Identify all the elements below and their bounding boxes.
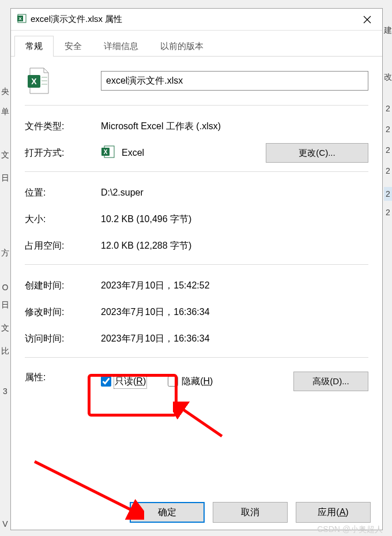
openwith-app: Excel <box>122 148 144 158</box>
created-value: 2023年7月10日，15:42:52 <box>101 280 368 292</box>
excel-app-icon: X <box>101 144 116 162</box>
modified-value: 2023年7月10日，16:36:34 <box>101 306 368 318</box>
bg-char: V <box>0 519 10 528</box>
sizeondisk-row: 占用空间: 12.0 KB (12,288 字节) <box>25 235 368 256</box>
accessed-row: 访问时间: 2023年7月10日，16:36:34 <box>25 328 368 349</box>
created-row: 创建时间: 2023年7月10日，15:42:52 <box>25 275 368 296</box>
tab-security[interactable]: 安全 <box>54 36 93 57</box>
openwith-label: 打开方式: <box>25 147 101 159</box>
tab-general[interactable]: 常规 <box>14 36 54 57</box>
location-label: 位置: <box>25 187 101 199</box>
openwith-row: 打开方式: X Excel 更改(C)... <box>25 143 368 163</box>
hidden-text: 隐藏(H) <box>182 376 213 388</box>
svg-text:X: X <box>18 16 22 21</box>
filetype-row: 文件类型: Microsoft Excel 工作表 (.xlsx) <box>25 116 368 137</box>
window-title: excel演示文件.xlsx 属性 <box>31 14 358 25</box>
filetype-large-icon: X <box>25 67 52 95</box>
close-icon <box>363 16 371 24</box>
accessed-label: 访问时间: <box>25 333 101 345</box>
bg-char: 日 <box>0 300 10 310</box>
readonly-checkbox-label[interactable]: 只读(R) <box>101 376 146 388</box>
location-value: D:\2.super <box>101 188 368 198</box>
titlebar: X excel演示文件.xlsx 属性 <box>11 9 382 31</box>
properties-dialog: X excel演示文件.xlsx 属性 常规 安全 详细信息 以前的版本 X <box>10 8 383 530</box>
tab-details[interactable]: 详细信息 <box>93 36 149 57</box>
ok-button[interactable]: 确定 <box>130 502 205 523</box>
readonly-text: 只读(R) <box>115 376 146 388</box>
bg-char: 比 <box>0 346 10 357</box>
created-label: 创建时间: <box>25 280 101 292</box>
filetype-label: 文件类型: <box>25 121 101 133</box>
bg-char: 2 <box>384 166 392 175</box>
bg-char: 2 <box>384 208 392 217</box>
bg-char: 2 <box>384 187 392 201</box>
excel-file-icon: X <box>17 13 27 26</box>
svg-text:X: X <box>31 77 37 86</box>
hidden-checkbox[interactable] <box>168 376 178 387</box>
watermark: CSDN @小奥超人 <box>317 524 383 535</box>
tab-strip: 常规 安全 详细信息 以前的版本 <box>11 35 382 57</box>
size-row: 大小: 10.2 KB (10,496 字节) <box>25 209 368 230</box>
divider <box>25 264 368 265</box>
apply-button[interactable]: 应用(A) <box>296 502 371 523</box>
bg-char: 建 <box>384 25 392 36</box>
sizeondisk-value: 12.0 KB (12,288 字节) <box>101 240 368 252</box>
bg-char: 日 <box>0 173 10 183</box>
general-panel: X 文件类型: Microsoft Excel 工作表 (.xlsx) 打开方式… <box>11 57 382 405</box>
bg-char: 单 <box>0 107 10 117</box>
bg-char: 文 <box>0 150 10 160</box>
bg-char: 文 <box>0 323 10 333</box>
advanced-button[interactable]: 高级(D)... <box>293 372 368 391</box>
accessed-value: 2023年7月10日，16:36:34 <box>101 333 368 345</box>
bg-char: 方 <box>0 248 10 258</box>
size-value: 10.2 KB (10,496 字节) <box>101 213 368 226</box>
change-openwith-button[interactable]: 更改(C)... <box>266 143 368 163</box>
filename-input[interactable] <box>101 71 368 91</box>
filetype-value: Microsoft Excel 工作表 (.xlsx) <box>101 121 368 133</box>
sizeondisk-label: 占用空间: <box>25 240 101 252</box>
bg-char: 央 <box>0 87 10 97</box>
divider <box>25 105 368 106</box>
location-row: 位置: D:\2.super <box>25 182 368 203</box>
bg-char: O <box>0 283 10 292</box>
readonly-checkbox[interactable] <box>101 376 111 387</box>
divider <box>25 357 368 358</box>
bg-char: 改 <box>384 72 392 83</box>
close-button[interactable] <box>358 10 376 29</box>
dialog-footer: 确定 取消 应用(A) <box>130 502 371 523</box>
bg-char: 2 <box>384 104 392 113</box>
bg-char: 3 <box>0 387 10 396</box>
divider <box>25 171 368 172</box>
size-label: 大小: <box>25 213 101 226</box>
filename-row: X <box>25 67 368 95</box>
modified-label: 修改时间: <box>25 306 101 318</box>
tab-previous-versions[interactable]: 以前的版本 <box>149 36 214 57</box>
attributes-label: 属性: <box>25 372 101 384</box>
cancel-button[interactable]: 取消 <box>213 502 288 523</box>
svg-text:X: X <box>104 149 108 155</box>
bg-char: 2 <box>384 145 392 155</box>
attributes-row: 属性: 只读(R) 隐藏(H) 高级(D)... <box>25 368 368 391</box>
modified-row: 修改时间: 2023年7月10日，16:36:34 <box>25 302 368 323</box>
hidden-checkbox-label[interactable]: 隐藏(H) <box>168 376 213 388</box>
bg-char: 2 <box>384 125 392 134</box>
